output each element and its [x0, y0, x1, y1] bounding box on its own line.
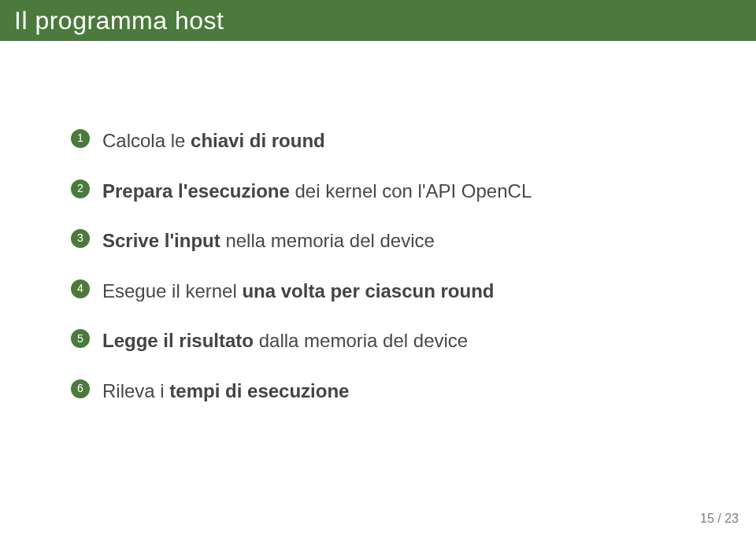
item-bold: chiavi di round	[191, 130, 325, 151]
list-item: Legge il risultato dalla memoria del dev…	[71, 327, 685, 354]
item-pre: Calcola le	[102, 130, 191, 151]
item-pre: Esegue il kernel	[102, 280, 242, 301]
item-bold: Legge il risultato	[102, 330, 254, 351]
item-post: nella memoria del device	[220, 230, 435, 251]
page-sep: /	[714, 512, 724, 525]
list-item: Prepara l'esecuzione dei kernel con l'AP…	[71, 178, 685, 205]
page-number: 15 / 23	[700, 512, 739, 526]
page-current: 15	[700, 512, 714, 525]
slide-content: Calcola le chiavi di round Prepara l'ese…	[0, 41, 756, 405]
list-item: Calcola le chiavi di round	[71, 128, 685, 154]
list-item: Scrive l'input nella memoria del device	[71, 227, 685, 254]
item-bold: Prepara l'esecuzione	[102, 180, 290, 202]
list-item: Rileva i tempi di esecuzione	[71, 378, 685, 405]
item-bold: Scrive l'input	[102, 230, 220, 251]
item-post: dalla memoria del device	[254, 330, 468, 351]
page-total: 23	[724, 512, 739, 525]
item-bold: una volta per ciascun round	[242, 280, 494, 301]
slide-title: Il programma host	[14, 6, 224, 35]
item-pre: Rileva i	[102, 380, 169, 401]
title-bar: Il programma host	[0, 0, 756, 41]
item-post: dei kernel con l'API OpenCL	[290, 180, 532, 202]
enum-list: Calcola le chiavi di round Prepara l'ese…	[71, 128, 685, 405]
list-item: Esegue il kernel una volta per ciascun r…	[71, 278, 685, 305]
item-bold: tempi di esecuzione	[169, 380, 349, 401]
